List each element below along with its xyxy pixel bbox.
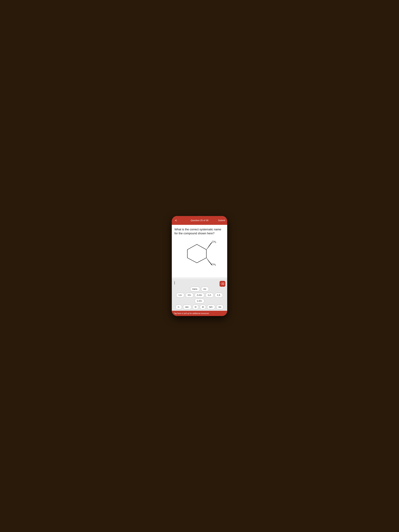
answer-display bbox=[173, 281, 226, 285]
text-cursor bbox=[174, 281, 175, 285]
svg-line-7 bbox=[210, 242, 212, 244]
question-area: What is the correct systematic name for … bbox=[172, 225, 227, 278]
header: < Question 25 of 39 Submit bbox=[172, 216, 227, 225]
chemical-structure: CH 3 CH 3 bbox=[174, 238, 225, 271]
svg-text:CH: CH bbox=[212, 241, 215, 243]
token-keyboard: trans- cis- 1,4- 3,5- 2,4,6- 1,2- 1,3- 1… bbox=[173, 287, 226, 309]
token-tri[interactable]: tri bbox=[192, 305, 199, 309]
token-2-4-6[interactable]: 2,4,6- bbox=[195, 293, 204, 298]
token-row-3: n- sec- tri di tert- iso bbox=[176, 305, 223, 309]
resources-text: Tap here or pull up for additional resou… bbox=[174, 312, 209, 314]
token-1-2[interactable]: 1,2- bbox=[205, 293, 214, 298]
device-frame: < Question 25 of 39 Submit What is the c… bbox=[172, 216, 227, 316]
token-sec[interactable]: sec- bbox=[183, 305, 191, 309]
token-1-3-5[interactable]: 1,3,5- bbox=[195, 299, 204, 303]
token-1-3[interactable]: 1,3- bbox=[215, 293, 223, 298]
header-dot-2 bbox=[199, 216, 200, 216]
header-dot-3 bbox=[200, 216, 201, 216]
token-iso[interactable]: iso bbox=[216, 305, 223, 309]
dashed-bond-up bbox=[207, 242, 212, 249]
submit-button[interactable]: Submit bbox=[218, 219, 225, 222]
token-row-2: 1,4- 3,5- 2,4,6- 1,2- 1,3- 1,3,5- bbox=[173, 293, 226, 303]
question-counter: Question 25 of 39 bbox=[191, 219, 208, 222]
screen: < Question 25 of 39 Submit What is the c… bbox=[172, 216, 227, 316]
resources-bar[interactable]: Tap here or pull up for additional resou… bbox=[172, 311, 227, 316]
header-dot-1 bbox=[198, 216, 199, 216]
svg-text:3: 3 bbox=[215, 264, 216, 266]
section-divider bbox=[172, 278, 227, 278]
token-3-5[interactable]: 3,5- bbox=[185, 293, 194, 298]
token-di[interactable]: di bbox=[200, 305, 206, 309]
back-button[interactable]: < bbox=[174, 218, 178, 223]
svg-text:3: 3 bbox=[215, 241, 216, 243]
svg-text:CH: CH bbox=[212, 263, 215, 266]
svg-marker-0 bbox=[187, 244, 206, 263]
token-n[interactable]: n- bbox=[176, 305, 182, 309]
token-1-4[interactable]: 1,4- bbox=[176, 293, 184, 298]
question-text: What is the correct systematic name for … bbox=[174, 228, 225, 235]
answer-area: ⌫ trans- cis- 1,4- 3,5- 2,4,6- 1,2- bbox=[172, 279, 227, 311]
token-cis[interactable]: cis- bbox=[201, 287, 209, 291]
token-trans[interactable]: trans- bbox=[190, 287, 200, 291]
token-row-1: trans- cis- bbox=[190, 287, 209, 291]
token-tert[interactable]: tert- bbox=[207, 305, 215, 309]
dashed-bond-down bbox=[207, 258, 212, 265]
delete-button[interactable]: ⌫ bbox=[220, 281, 225, 287]
delete-icon: ⌫ bbox=[221, 282, 224, 285]
